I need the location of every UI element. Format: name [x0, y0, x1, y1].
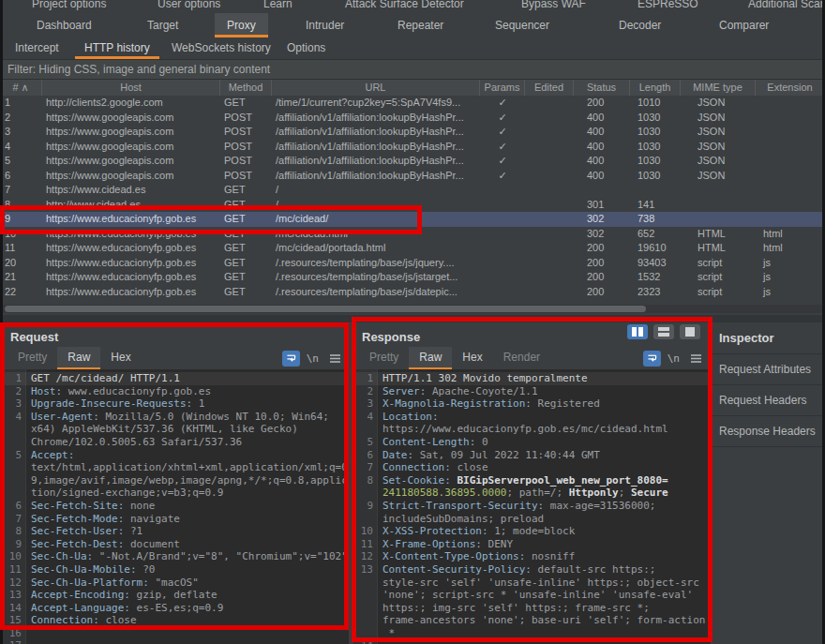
- table-row[interactable]: 1http://clients2.google.comGET/time/1/cu…: [0, 96, 825, 111]
- line-content: https://www.educacionyfp.gob.es/mc/cidea…: [382, 423, 668, 436]
- cell-ext: [756, 183, 825, 198]
- cell-ext: [756, 125, 825, 140]
- tab-sequencer[interactable]: Sequencer: [483, 13, 562, 37]
- cell-ext: [756, 140, 825, 155]
- column-header-params[interactable]: Params: [480, 80, 525, 96]
- line-content: *: [382, 627, 395, 640]
- table-row[interactable]: 8http://www.cidead.esGET/301141: [0, 198, 825, 213]
- response-tab-render[interactable]: Render: [493, 347, 550, 369]
- editor-line: 9Sec-Fetch-Dest: document: [2, 538, 349, 551]
- line-number: 10: [353, 525, 373, 538]
- cell-url: /.resources/templating/base/js/datepic..…: [272, 285, 480, 300]
- column-header-extension[interactable]: Extension: [756, 80, 825, 96]
- cell-edited: [525, 140, 574, 155]
- table-row[interactable]: 2https://www.googleapis.comPOST/affiliat…: [0, 111, 825, 126]
- request-tab-hex[interactable]: Hex: [100, 347, 141, 369]
- menu-tab-project-options[interactable]: Project options: [32, 0, 106, 10]
- cell-mime: JSON: [681, 111, 756, 126]
- response-editor[interactable]: 1HTTP/1.1 302 Movido temporalmente2Serve…: [353, 369, 710, 644]
- request-editor[interactable]: 1GET /mc/cidead/ HTTP/1.12Host: www.educ…: [2, 369, 349, 644]
- cell-mime: script: [681, 256, 756, 271]
- cell-n: 11: [0, 241, 42, 256]
- table-row[interactable]: 4https://www.googleapis.comPOST/affiliat…: [0, 140, 825, 155]
- inspector-section-request-headers[interactable]: Request Headers: [711, 385, 822, 416]
- column-header-edited[interactable]: Edited: [525, 80, 574, 96]
- table-row[interactable]: 10https://www.educacionyfp.gob.esGET/mc/…: [0, 227, 825, 242]
- line-content: 241180588.36895.0000; path=/; Httponly; …: [382, 487, 668, 500]
- editor-line: https://www.educacionyfp.gob.es/mc/cidea…: [353, 423, 710, 436]
- cell-ext: [756, 154, 825, 169]
- inspector-section-request-attributes[interactable]: Request Attributes: [711, 354, 822, 385]
- stacked-view-icon[interactable]: [653, 324, 674, 339]
- soft-wrap-icon[interactable]: [282, 351, 300, 367]
- tab-comparer[interactable]: Comparer: [707, 13, 781, 37]
- subtab-websockets-history[interactable]: WebSockets history: [162, 37, 280, 59]
- editor-line: 8Set-Cookie: BIGipServerpool_web_new_por…: [353, 474, 710, 487]
- request-tab-pretty[interactable]: Pretty: [8, 347, 57, 369]
- menu-tab-user-options[interactable]: User options: [158, 0, 220, 10]
- subtab-options[interactable]: Options: [278, 37, 335, 59]
- subtab-http-history[interactable]: HTTP history: [75, 37, 159, 59]
- line-content: X-Content-Type-Options: nosniff: [382, 550, 575, 563]
- tab-target[interactable]: Target: [135, 13, 190, 37]
- newline-toggle[interactable]: \n: [668, 352, 680, 365]
- line-content: frame-ancestors 'none'; base-uri 'self';…: [382, 614, 705, 627]
- horizontal-scrollbar[interactable]: [2, 305, 823, 313]
- column-header-status[interactable]: Status: [574, 80, 630, 96]
- column-header-url[interactable]: URL: [272, 80, 480, 96]
- tab-intruder[interactable]: Intruder: [293, 13, 356, 37]
- table-row[interactable]: 7https://www.cidead.esGET/: [0, 183, 825, 198]
- side-by-side-view-icon[interactable]: [627, 324, 648, 339]
- response-tab-raw[interactable]: Raw: [409, 347, 452, 369]
- line-number: 13: [353, 563, 373, 577]
- inspector-title: Inspector: [711, 322, 822, 354]
- table-row[interactable]: 22https://www.educacionyfp.gob.esGET/.re…: [0, 285, 825, 300]
- editor-menu-icon[interactable]: [690, 353, 702, 364]
- panel-splitter[interactable]: [0, 315, 825, 322]
- column-header-method[interactable]: Method: [220, 80, 272, 96]
- table-row[interactable]: 6https://www.googleapis.comPOST/affiliat…: [0, 169, 825, 184]
- line-number: 4: [353, 411, 373, 424]
- cell-status: 302: [574, 227, 630, 242]
- inspector-section-response-headers[interactable]: Response Headers: [711, 416, 822, 447]
- table-row-selected[interactable]: 9https://www.educacionyfp.gob.esGET/mc/c…: [0, 212, 825, 227]
- scrollbar-thumb[interactable]: [5, 306, 646, 312]
- table-row[interactable]: 3https://www.googleapis.comPOST/affiliat…: [0, 125, 825, 140]
- editor-menu-icon[interactable]: [329, 353, 341, 364]
- line-number: 1: [2, 372, 22, 385]
- single-view-icon[interactable]: [680, 324, 700, 339]
- tab-dashboard[interactable]: Dashboard: [24, 13, 104, 37]
- response-tab-hex[interactable]: Hex: [452, 347, 492, 369]
- newline-toggle[interactable]: \n: [307, 352, 319, 365]
- cell-mime: JSON: [681, 125, 756, 140]
- menu-tab-bypass-waf[interactable]: Bypass WAF: [521, 0, 586, 10]
- menu-tab-additional-scan[interactable]: Additional Scan: [748, 0, 825, 10]
- tab-repeater[interactable]: Repeater: [385, 13, 456, 37]
- editor-line: 4User-Agent: Mozilla/5.0 (Windows NT 10.…: [2, 411, 349, 424]
- line-content: x64) AppleWebKit/537.36 (KHTML, like Gec…: [31, 423, 298, 436]
- table-row[interactable]: 5https://www.googleapis.comPOST/affiliat…: [0, 154, 825, 169]
- column-header-number[interactable]: # ∧: [0, 80, 42, 96]
- cell-n: 4: [0, 140, 42, 155]
- history-filter-bar[interactable]: Filter: Hiding CSS, image and general bi…: [0, 60, 825, 80]
- response-tab-pretty[interactable]: Pretty: [359, 347, 409, 369]
- editor-line: 4Location:: [353, 411, 710, 424]
- table-row[interactable]: 20https://www.educacionyfp.gob.esGET/.re…: [0, 256, 825, 271]
- column-header-host[interactable]: Host: [42, 80, 220, 96]
- line-content: Date: Sat, 09 Jul 2022 11:40:44 GMT: [382, 449, 600, 462]
- menu-tab-attack-surface-detector[interactable]: Attack Surface Detector: [345, 0, 464, 10]
- column-header-mime-type[interactable]: MIME type: [681, 80, 756, 96]
- request-tab-raw[interactable]: Raw: [57, 347, 100, 369]
- column-header-length[interactable]: Length: [630, 80, 681, 96]
- subtab-intercept[interactable]: Intercept: [6, 37, 68, 59]
- table-row[interactable]: 11https://www.educacionyfp.gob.esGET/mc/…: [0, 241, 825, 256]
- cell-ext: html: [756, 241, 825, 256]
- cell-host: http://www.cidead.es: [42, 198, 220, 213]
- menu-tab-espresso[interactable]: ESPReSSO: [638, 0, 698, 10]
- menu-tab-learn[interactable]: Learn: [263, 0, 292, 10]
- tab-proxy[interactable]: Proxy: [215, 13, 268, 37]
- soft-wrap-icon[interactable]: [643, 351, 661, 367]
- tab-decoder[interactable]: Decoder: [607, 13, 673, 37]
- history-table: 1http://clients2.google.comGET/time/1/cu…: [0, 96, 825, 304]
- table-row[interactable]: 21https://www.educacionyfp.gob.esGET/.re…: [0, 270, 825, 285]
